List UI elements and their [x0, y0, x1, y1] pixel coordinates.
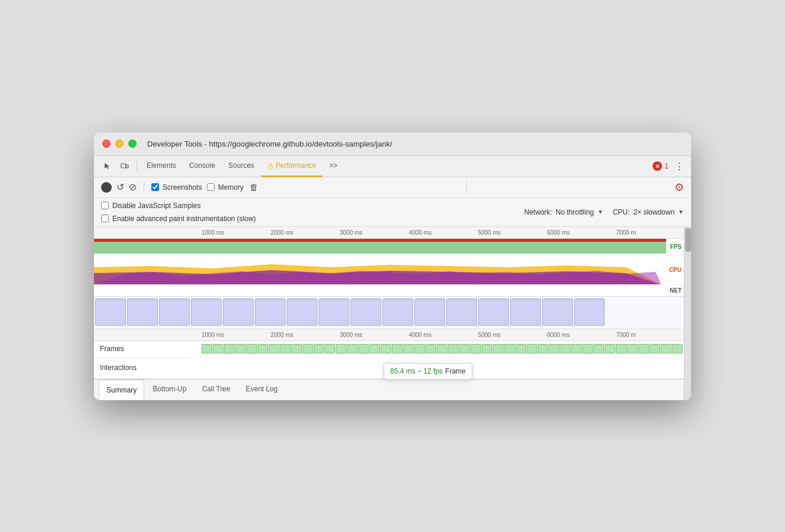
minimize-button[interactable] — [115, 140, 124, 148]
screenshot-thumb[interactable] — [382, 299, 413, 326]
frame-block[interactable] — [571, 344, 582, 353]
frame-tooltip: 85.4 ms ~ 12 fps Frame — [384, 363, 472, 379]
frame-block[interactable] — [358, 344, 369, 353]
frame-block[interactable] — [280, 344, 291, 353]
frame-block[interactable] — [403, 344, 414, 353]
cursor-icon[interactable] — [99, 158, 115, 174]
frame-block[interactable] — [235, 344, 246, 353]
screenshot-thumb[interactable] — [223, 299, 254, 326]
screenshot-thumb[interactable] — [127, 299, 158, 326]
tab-event-log[interactable]: Event Log — [239, 379, 285, 400]
timeline-main: 1000 ms 2000 ms 3000 ms 4000 ms 5000 ms … — [94, 227, 684, 400]
frame-block[interactable] — [560, 344, 571, 353]
disable-js-checkbox[interactable] — [101, 202, 109, 209]
frame-block[interactable] — [213, 344, 223, 353]
error-badge: ✕ 1 — [653, 161, 669, 171]
tab-performance[interactable]: ⚠ Performance — [261, 155, 322, 177]
screenshot-thumb[interactable] — [255, 299, 286, 326]
frame-block[interactable] — [347, 344, 358, 353]
frame-block[interactable] — [303, 344, 313, 353]
frame-block[interactable] — [638, 344, 649, 353]
frame-block[interactable] — [582, 344, 593, 353]
frame-block[interactable] — [258, 344, 268, 353]
frame-block[interactable] — [605, 344, 615, 353]
frame-block[interactable] — [515, 344, 526, 353]
kebab-menu-icon[interactable]: ⋮ — [672, 161, 686, 172]
frame-block[interactable] — [493, 344, 504, 353]
close-button[interactable] — [102, 140, 111, 148]
frame-block[interactable] — [482, 344, 492, 353]
screenshots-checkbox[interactable] — [151, 183, 159, 191]
scrollbar-thumb[interactable] — [685, 228, 691, 252]
screenshot-thumb[interactable] — [446, 299, 477, 326]
frame-block[interactable] — [246, 344, 257, 353]
scrollbar-track[interactable] — [684, 227, 691, 400]
frame-block[interactable] — [426, 344, 436, 353]
screenshot-thumb[interactable] — [159, 299, 190, 326]
gear-icon[interactable]: ⚙ — [674, 181, 684, 194]
frame-block[interactable] — [593, 344, 604, 353]
frame-block[interactable] — [224, 344, 235, 353]
interactions-label: Interactions — [94, 364, 200, 372]
screenshots-checkbox-label[interactable]: Screenshots — [151, 183, 202, 192]
maximize-button[interactable] — [128, 140, 137, 148]
ruler-mark-4: 5000 ms — [476, 229, 546, 236]
tab-bottom-up[interactable]: Bottom-Up — [145, 379, 193, 400]
tab-more[interactable]: >> — [323, 155, 343, 177]
memory-checkbox-label[interactable]: Memory — [207, 183, 244, 192]
tab-console[interactable]: Console — [183, 155, 221, 177]
frame-block[interactable] — [459, 344, 470, 353]
frame-block[interactable] — [381, 344, 391, 353]
screenshot-thumb[interactable] — [542, 299, 573, 326]
frame-block[interactable] — [314, 344, 325, 353]
ruler-mark-5: 6000 ms — [546, 229, 615, 236]
screenshot-thumb[interactable] — [95, 299, 126, 326]
tab-sources[interactable]: Sources — [222, 155, 260, 177]
svg-rect-0 — [121, 164, 126, 168]
screenshot-thumb[interactable] — [478, 299, 509, 326]
reload-record-button[interactable]: ↺ — [116, 181, 124, 193]
trash-icon[interactable]: 🗑 — [249, 182, 258, 192]
screenshot-thumb[interactable] — [351, 299, 381, 326]
frame-block[interactable] — [269, 344, 280, 353]
frame-block[interactable] — [661, 344, 672, 353]
tab-summary[interactable]: Summary — [99, 379, 144, 400]
frame-block[interactable] — [437, 344, 447, 353]
screenshot-thumb[interactable] — [574, 299, 605, 326]
device-toggle-icon[interactable] — [116, 158, 133, 174]
frame-block[interactable] — [549, 344, 560, 353]
screenshot-thumb[interactable] — [191, 299, 222, 326]
enable-paint-checkbox[interactable] — [101, 215, 109, 222]
screenshot-thumb[interactable] — [287, 299, 317, 326]
clear-button[interactable]: ⊘ — [129, 181, 137, 193]
frame-block[interactable] — [627, 344, 638, 353]
screenshot-thumb[interactable] — [510, 299, 541, 326]
top-ruler: 1000 ms 2000 ms 3000 ms 4000 ms 5000 ms … — [94, 227, 684, 239]
disable-js-option: Disable JavaScript Samples — [101, 202, 256, 210]
tab-elements[interactable]: Elements — [141, 155, 182, 177]
frame-block[interactable] — [392, 344, 403, 353]
frame-block[interactable] — [538, 344, 549, 353]
cpu-dropdown[interactable]: CPU: 2× slowdown ▼ — [613, 208, 684, 216]
screenshot-thumb[interactable] — [414, 299, 445, 326]
tab-call-tree[interactable]: Call Tree — [195, 379, 238, 400]
frame-block[interactable] — [336, 344, 346, 353]
main-content: 1000 ms 2000 ms 3000 ms 4000 ms 5000 ms … — [94, 227, 691, 400]
frame-block[interactable] — [369, 344, 380, 353]
frame-block[interactable] — [672, 344, 683, 353]
frame-block[interactable] — [504, 344, 515, 353]
frame-block[interactable] — [471, 344, 481, 353]
frame-block[interactable] — [291, 344, 302, 353]
frame-block[interactable] — [650, 344, 660, 353]
frame-block[interactable] — [616, 344, 627, 353]
frame-block[interactable] — [325, 344, 335, 353]
fps-row: FPS — [94, 239, 684, 255]
record-button[interactable] — [101, 182, 112, 193]
network-dropdown[interactable]: Network: No throttling ▼ — [524, 208, 604, 216]
frame-block[interactable] — [527, 344, 537, 353]
frame-block[interactable] — [202, 344, 212, 353]
memory-checkbox[interactable] — [207, 183, 215, 191]
screenshot-thumb[interactable] — [319, 299, 349, 326]
frame-block[interactable] — [414, 344, 425, 353]
frame-block[interactable] — [448, 344, 459, 353]
